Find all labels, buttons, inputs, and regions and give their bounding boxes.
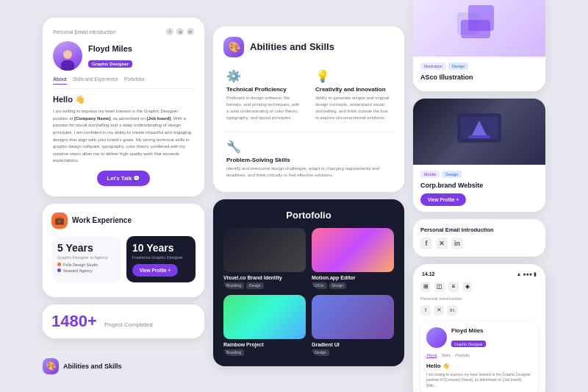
abilities-footer: 🎨 Abilities and Skills [43, 352, 204, 374]
skills-grid: ⚙️ Technical Proficiency Proficient in d… [223, 66, 394, 124]
skill-problem-desc: Identify and overcome design challenges,… [226, 165, 391, 179]
twitter-icon[interactable]: ✕ [176, 28, 184, 35]
phone-profile-name: Floyd Miles [451, 327, 486, 334]
phone-tab-skills[interactable]: Skills [441, 353, 451, 358]
agency-2: Stuward Agency [57, 268, 115, 273]
portfolio-name-3: Rainbow Project [223, 342, 306, 347]
email-preview-title: Personal Email Introduction [420, 227, 538, 233]
phone-tab-about[interactable]: About [426, 353, 437, 358]
nav-tabs: About Skills and Experience Portofolio [53, 76, 194, 89]
skill-technical-name: Technical Proficiency [226, 86, 302, 93]
phone-linkedin-icon[interactable]: in [447, 305, 457, 316]
abilities-icon: 🎨 [223, 37, 244, 57]
social-icons: f ✕ in [420, 238, 538, 249]
experience-row: 5 Years Graphic Designer at Agency Felix… [51, 236, 196, 282]
dot-purple [57, 268, 61, 272]
abilities-title: Abilities and Skills [250, 41, 334, 52]
work-section-header: 💼 Work Experience [51, 213, 196, 229]
corp-title: Corp.brand Website [420, 182, 538, 189]
phone-mockup: 14.12 ▲ ●●● ▮ ⊞ ◫ ≡ ◈ Personal Introduct… [413, 264, 545, 392]
portfolio-card: Portofolio Visuel.co Brand Identity Bran… [213, 199, 404, 366]
main-email-card: Personal Email Introduction f ✕ in Floyd… [43, 18, 204, 196]
phone-tab-portfolio[interactable]: Portfolio [455, 353, 470, 358]
portfolio-title: Portofolio [223, 210, 394, 221]
left-column: Personal Email Introduction f ✕ in Floyd… [43, 18, 204, 374]
stat-number-text: 1480+ [51, 312, 97, 330]
tab-skills[interactable]: Skills and Experience [73, 76, 118, 85]
facebook-icon[interactable]: f [166, 28, 173, 35]
project-stat-card: 1480+ Project Completed [43, 304, 204, 338]
portfolio-tags-1: Branding Design [223, 282, 306, 289]
corp-preview-card: Mobile Design Corp.brand Website View Pr… [413, 99, 545, 212]
phone-time: 14.12 [422, 271, 435, 277]
exp-years-5: 5 Years [57, 242, 115, 254]
portfolio-item-2: Motion.app Editor UI/Ux Design [312, 228, 394, 289]
intro-text: I am writing to express my keen interest… [53, 108, 194, 165]
exp-role-5: Graphic Designer at Agency [57, 255, 115, 260]
phone-status-icons: ▲ ●●● ▮ [516, 271, 537, 277]
skill-problem-solving: 🔧 Problem-Solving Skills Identify and ov… [223, 132, 394, 182]
asco-preview-card: Illustration Design ASco Illustration [413, 0, 545, 91]
portfolio-thumb-4 [312, 295, 394, 339]
skill-technical: ⚙️ Technical Proficiency Proficient in d… [223, 66, 305, 124]
phone-facebook-icon[interactable]: f [420, 305, 431, 316]
email-preview-card: Personal Email Introduction f ✕ in [413, 219, 545, 257]
agency-name-1: Felix Design Studio [63, 263, 98, 267]
asco-illustration-svg [450, 0, 509, 49]
phone-twitter-icon[interactable]: ✕ [434, 305, 444, 316]
portfolio-tag-design3: Design [312, 349, 329, 356]
phone-greeting: Hello 👋 [426, 363, 532, 369]
topbar-icons: f ✕ in [166, 28, 194, 35]
portfolio-name-2: Motion.app Editor [312, 275, 394, 280]
facebook-social-icon[interactable]: f [420, 238, 432, 249]
profile-section: Floyd Miles Graphic Designer [53, 41, 194, 71]
portfolio-tag-branding2: Branding [223, 349, 244, 356]
skill-problem-name: Problem-Solving Skills [226, 157, 391, 163]
greeting: Hello 👋 [53, 95, 194, 104]
signal-icon: ●●● [523, 271, 532, 277]
exp-card-5years: 5 Years Graphic Designer at Agency Felix… [51, 236, 121, 282]
work-title: Work Experience [72, 216, 132, 224]
asco-card-info: Illustration Design ASco Illustration [413, 57, 545, 91]
twitter-social-icon[interactable]: ✕ [436, 238, 448, 249]
phone-nav-icon-4[interactable]: ◈ [462, 282, 473, 292]
tag-illustration: Illustration [420, 63, 446, 70]
portfolio-tag-design2: Design [329, 282, 347, 289]
work-icon: 💼 [51, 213, 68, 229]
phone-profile-row: Floyd Miles Graphic Designer [426, 327, 532, 349]
view-profile-button[interactable]: View Profile + [132, 264, 178, 277]
svg-rect-6 [468, 135, 490, 138]
exp-role-10: Freelance Graphic Designer [132, 255, 190, 260]
abilities-icon-footer: 🎨 [43, 358, 59, 374]
corp-gradient [413, 99, 545, 165]
topbar-title: Personal Email Introduction [53, 29, 116, 35]
tab-portfolio[interactable]: Portofolio [124, 76, 144, 85]
portfolio-tag-branding: Branding [223, 282, 244, 289]
stat-number: 1480+ [51, 312, 101, 330]
portfolio-name-1: Visuel.co Brand Identity [223, 275, 306, 280]
tab-about[interactable]: About [53, 76, 67, 85]
phone-profile-badge: Graphic Designer [451, 341, 486, 347]
linkedin-social-icon[interactable]: in [451, 238, 463, 249]
corp-tags: Mobile Design [420, 171, 538, 178]
portfolio-tags-2: UI/Ux Design [312, 282, 394, 289]
phone-avatar [426, 327, 447, 348]
corp-thumb [413, 99, 545, 165]
phone-nav-icon-3[interactable]: ≡ [448, 282, 459, 292]
phone-nav-icon-2[interactable]: ◫ [434, 282, 445, 292]
asco-title: ASco Illustration [420, 74, 538, 81]
portfolio-tags-4: Design [312, 349, 394, 356]
view-profile-corp-button[interactable]: View Profile + [420, 193, 466, 206]
tag-design-corp: Design [442, 171, 462, 178]
right-column: Illustration Design ASco Illustration Mo… [413, 0, 545, 392]
phone-topbar-title: Personal Introduction [419, 296, 539, 301]
exp-card-10years: 10 Years Freelance Graphic Designer View… [126, 236, 196, 282]
profile-info: Floyd Miles Graphic Designer [88, 44, 194, 68]
technical-icon: ⚙️ [226, 69, 302, 83]
phone-nav-icon-1[interactable]: ⊞ [420, 282, 431, 292]
lets-talk-button[interactable]: Let's Talk 💬 [97, 171, 151, 186]
phone-intro: I am writing to express my keen interest… [426, 372, 532, 389]
linkedin-icon[interactable]: in [187, 28, 194, 35]
portfolio-tag-uiux: UI/Ux [312, 282, 327, 289]
phone-tabs: About Skills Portfolio [426, 353, 532, 358]
